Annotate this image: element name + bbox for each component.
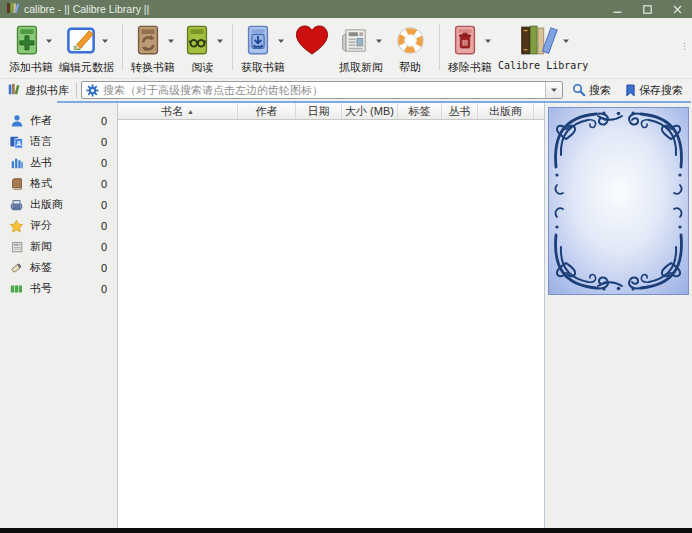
chevron-down-icon[interactable]	[101, 38, 109, 44]
chevron-down-icon[interactable]	[562, 38, 570, 44]
sidebar-item-label: 丛书	[30, 155, 95, 170]
close-button[interactable]	[662, 0, 692, 18]
toolbar-button-label: 编辑元数据	[59, 60, 114, 75]
tag-browser: 作者0A语言0丛书0格式0出版商0评分0新闻0标签0书号0	[0, 103, 118, 528]
chevron-down-icon[interactable]	[375, 38, 383, 44]
chevron-down-icon[interactable]	[484, 38, 492, 44]
sidebar-item-publishers[interactable]: 出版商0	[0, 194, 117, 215]
toolbar-button-edit-metadata[interactable]: 编辑元数据	[56, 21, 117, 76]
publishers-icon	[9, 198, 24, 212]
series-icon	[9, 156, 24, 170]
column-label: 大小 (MB)	[345, 104, 394, 119]
chevron-down-icon[interactable]	[167, 38, 175, 44]
convert-books-icon	[132, 24, 164, 57]
toolbar-button-label: 移除书籍	[448, 60, 492, 75]
save-search-button[interactable]: 保存搜索	[620, 81, 688, 100]
toolbar-button-choose-library[interactable]: Calibre Library	[495, 21, 591, 72]
window-title: calibre - || Calibre Library ||	[24, 3, 149, 15]
toolbar-button-read-books[interactable]: 阅读	[178, 21, 227, 76]
sidebar-item-series[interactable]: 丛书0	[0, 152, 117, 173]
sidebar-item-languages[interactable]: A语言0	[0, 131, 117, 152]
save-search-label: 保存搜索	[639, 83, 683, 98]
languages-icon: A	[9, 135, 24, 149]
toolbar-button-remove-books[interactable]: 移除书籍	[445, 21, 495, 76]
ratings-icon	[9, 219, 24, 233]
sort-ascending-icon: ▲	[187, 108, 194, 115]
column-header-tags[interactable]: 标签	[398, 103, 442, 119]
sidebar-item-label: 新闻	[30, 239, 95, 254]
column-header-authors[interactable]: 作者	[238, 103, 296, 119]
sidebar-item-authors[interactable]: 作者0	[0, 110, 117, 131]
toolbar-button-help[interactable]: 帮助	[386, 21, 434, 76]
sidebar-item-news[interactable]: 新闻0	[0, 236, 117, 257]
search-focus-underline	[57, 101, 691, 103]
toolbar-button-donate[interactable]	[288, 21, 336, 61]
sidebar-item-label: 语言	[30, 134, 95, 149]
toolbar-button-label: 转换书籍	[131, 60, 175, 75]
toolbar-separator	[122, 24, 123, 70]
book-list-body[interactable]	[118, 120, 544, 528]
column-header-title[interactable]: 书名▲	[118, 103, 238, 119]
news-icon	[9, 240, 24, 254]
sidebar-item-count: 0	[101, 178, 107, 190]
sidebar-item-count: 0	[101, 157, 107, 169]
toolbar-button-label: 获取书籍	[241, 60, 285, 75]
read-book-icon	[181, 24, 213, 57]
cover-browser-panel	[545, 103, 692, 528]
toolbar-separator	[232, 24, 233, 70]
column-header-series[interactable]: 丛书	[442, 103, 478, 119]
virtual-library-button[interactable]: 虚拟书库	[4, 80, 72, 100]
toolbar-button-add-books[interactable]: 添加书籍	[6, 21, 56, 76]
virtual-library-label: 虚拟书库	[25, 83, 69, 98]
column-label: 作者	[256, 104, 278, 119]
gear-icon[interactable]	[86, 84, 99, 97]
chevron-down-icon[interactable]	[45, 38, 53, 44]
toolbar-button-label: 抓取新闻	[339, 60, 383, 75]
chevron-down-icon[interactable]	[216, 38, 224, 44]
formats-icon	[9, 177, 24, 191]
book-list: 书名▲作者日期大小 (MB)标签丛书出版商	[118, 103, 545, 528]
sidebar-item-formats[interactable]: 格式0	[0, 173, 117, 194]
fetch-news-icon	[339, 24, 372, 57]
search-bar: 虚拟书库 搜索 保存搜索	[0, 79, 692, 103]
sidebar-item-count: 0	[101, 262, 107, 274]
sidebar-item-label: 出版商	[30, 197, 95, 212]
sidebar-item-count: 0	[101, 136, 107, 148]
identifiers-icon	[9, 282, 24, 296]
column-header-filler	[534, 103, 544, 119]
titlebar: calibre - || Calibre Library ||	[0, 0, 692, 18]
sidebar-item-count: 0	[101, 283, 107, 295]
book-cover[interactable]	[548, 107, 689, 295]
donate-heart-icon	[294, 24, 330, 57]
toolbar: 添加书籍编辑元数据转换书籍阅读获取书籍抓取新闻帮助移除书籍Calibre Lib…	[0, 18, 692, 79]
main-area: 作者0A语言0丛书0格式0出版商0评分0新闻0标签0书号0 书名▲作者日期大小 …	[0, 103, 692, 528]
column-label: 书名	[161, 104, 183, 119]
add-books-icon	[10, 24, 42, 57]
sidebar-item-identifiers[interactable]: 书号0	[0, 278, 117, 299]
toolbar-overflow-icon[interactable]: ⋮	[680, 44, 689, 48]
minimize-button[interactable]	[602, 0, 632, 18]
calibre-window: calibre - || Calibre Library || 添加书籍编辑元数…	[0, 0, 692, 533]
search-history-dropdown[interactable]	[545, 82, 562, 98]
sidebar-item-label: 作者	[30, 113, 95, 128]
search-button[interactable]: 搜索	[567, 81, 616, 100]
virtual-library-icon	[7, 82, 21, 98]
column-header-publisher[interactable]: 出版商	[478, 103, 534, 119]
chevron-down-icon[interactable]	[277, 38, 285, 44]
sidebar-item-ratings[interactable]: 评分0	[0, 215, 117, 236]
toolbar-button-label: 阅读	[192, 60, 214, 75]
sidebar-item-count: 0	[101, 199, 107, 211]
search-input[interactable]	[103, 82, 545, 98]
column-header-date[interactable]: 日期	[296, 103, 342, 119]
column-label: 日期	[308, 104, 330, 119]
toolbar-button-fetch-news[interactable]: 抓取新闻	[336, 21, 386, 76]
search-separator	[76, 83, 77, 98]
maximize-button[interactable]	[632, 0, 662, 18]
sidebar-item-tags[interactable]: 标签0	[0, 257, 117, 278]
authors-icon	[9, 114, 24, 128]
column-header-size[interactable]: 大小 (MB)	[342, 103, 398, 119]
sidebar-item-count: 0	[101, 220, 107, 232]
library-icon	[517, 24, 559, 57]
toolbar-button-get-books[interactable]: 获取书籍	[238, 21, 288, 76]
toolbar-button-convert-books[interactable]: 转换书籍	[128, 21, 178, 76]
